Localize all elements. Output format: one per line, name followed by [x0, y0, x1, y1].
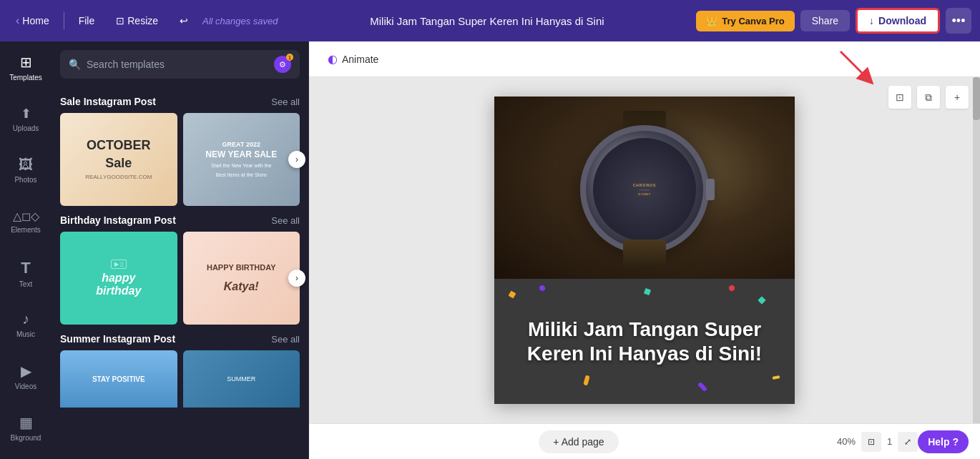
zoom-controls: 40% ⊡ 1 ⤢ [837, 432, 918, 452]
filter-badge: 1 [286, 54, 293, 61]
zoom-page-button[interactable]: ⊡ [861, 432, 881, 452]
undo-button[interactable]: ↩ [172, 11, 195, 31]
sidebar-item-music[interactable]: ♪ Music [0, 299, 52, 350]
sale-next-arrow[interactable]: › [288, 151, 305, 168]
download-label: Download [878, 15, 926, 26]
templates-scroll: Sale Instagram Post See all OCTOBER Sale… [52, 87, 308, 459]
sidebar-item-uploads[interactable]: ⬆ Uploads [0, 93, 52, 144]
watch-background: CHRONOS ━━━━━━━ AUTOMATIC [494, 97, 795, 282]
sidebar-item-videos[interactable]: ▶ Videos [0, 350, 52, 402]
design-text-area: Miliki Jam Tangan Super Keren Ini Hanyas… [494, 279, 795, 404]
birthday-next-arrow[interactable]: › [288, 270, 305, 287]
background-icon: ▦ [19, 414, 33, 431]
october-title: OCTOBER [87, 139, 151, 153]
template-card-october[interactable]: OCTOBER Sale REALLYGOODSITE.COM [60, 113, 177, 206]
copy-frame-button[interactable]: ⧉ [917, 86, 940, 109]
sidebar-item-templates[interactable]: ⊞ Templates [0, 41, 52, 93]
katya-text: HAPPY BIRTHDAYKatya! [207, 263, 276, 293]
music-icon: ♪ [22, 311, 29, 327]
download-button[interactable]: ↓ Download [856, 8, 940, 34]
birthday-section-title: Birthday Instagram Post [60, 214, 176, 226]
sidebar-item-background[interactable]: ▦ Bkground [0, 402, 52, 453]
add-page-button[interactable]: + Add page [539, 430, 618, 453]
newyear-text: GREAT 2022NEW YEAR SALEStart the New Yea… [205, 140, 277, 179]
photos-icon: 🖼 [19, 157, 33, 173]
template-card-staypositive[interactable]: STAY POSITIVE [60, 350, 177, 436]
resize-label: Resize [127, 15, 158, 26]
template-card-newyear[interactable]: GREAT 2022NEW YEAR SALEStart the New Yea… [183, 113, 300, 206]
resize-icon: ⊡ [116, 15, 124, 26]
templates-panel: 🔍 ⚙ 1 Sale Instagram Post See all OCTOBE… [52, 41, 309, 459]
confetti-1 [509, 290, 516, 298]
animate-label: Animate [342, 54, 378, 65]
scrollbar-thumb[interactable] [973, 77, 980, 120]
animate-icon: ◐ [328, 52, 338, 66]
add-section-button[interactable]: + [946, 86, 969, 109]
search-input[interactable] [87, 59, 268, 70]
topbar-divider [64, 12, 64, 29]
template-card-happybday[interactable]: ▶ ▯ happybirthday [60, 232, 177, 325]
add-icon: + [954, 92, 960, 103]
animate-button[interactable]: ◐ Animate [320, 48, 386, 70]
template-card-summer2[interactable]: SUMMER [183, 350, 300, 436]
design-headline: Miliki Jam Tangan Super Keren Ini Hanyas… [509, 317, 780, 365]
happybday-text: happybirthday [96, 272, 141, 297]
crop-icon: ⊡ [896, 92, 904, 103]
summer-template-grid: STAY POSITIVE SUMMER [60, 350, 300, 436]
watch-subdial: ━━━━━━━ [633, 189, 657, 192]
undo-icon: ↩ [180, 15, 188, 26]
help-button[interactable]: Help ? [918, 430, 969, 453]
home-arrow-icon: ‹ [16, 14, 19, 27]
confetti-2 [539, 285, 546, 292]
sidebar-item-elements[interactable]: △◻◇ Elements [0, 196, 52, 247]
try-pro-button[interactable]: 👑 Try Canva Pro [696, 11, 794, 31]
fullscreen-button[interactable]: ⤢ [898, 432, 918, 452]
more-options-button[interactable]: ••• [946, 8, 971, 34]
main-layout: ⊞ Templates ⬆ Uploads 🖼 Photos △◻◇ Eleme… [0, 41, 980, 459]
crop-tool-button[interactable]: ⊡ [888, 86, 911, 109]
sale-section-header: Sale Instagram Post See all [60, 96, 300, 107]
canvas-main: ⊡ ⧉ + [309, 77, 980, 423]
crown-icon: 👑 [706, 16, 717, 26]
canvas-bottom: + Add page 40% ⊡ 1 ⤢ Help ? [309, 423, 980, 459]
share-button[interactable]: Share [800, 10, 850, 31]
home-button[interactable]: ‹ Home [9, 10, 57, 31]
watch-strap-bottom [623, 240, 666, 268]
topbar-left: ‹ Home File ⊡ Resize ↩ All changes saved [9, 10, 278, 31]
templates-icon: ⊞ [20, 54, 32, 71]
uploads-icon: ⬆ [21, 106, 31, 122]
filter-button[interactable]: ⚙ 1 [274, 56, 291, 73]
try-pro-label: Try Canva Pro [722, 16, 784, 26]
file-button[interactable]: File [72, 11, 102, 31]
home-label: Home [22, 15, 49, 26]
birthday-template-grid: ▶ ▯ happybirthday HAPPY BIRTHDAYKatya! › [60, 232, 300, 325]
canvas-right-tools: ⊡ ⧉ + [888, 86, 969, 109]
confetti-5 [583, 375, 589, 385]
summer-section-header: Summer Instagram Post See all [60, 333, 300, 345]
watch-face: CHRONOS ━━━━━━━ AUTOMATIC [593, 138, 696, 241]
template-card-katya[interactable]: HAPPY BIRTHDAYKatya! [183, 232, 300, 325]
october-url: REALLYGOODSITE.COM [85, 174, 152, 180]
resize-button[interactable]: ⊡ Resize [109, 11, 165, 31]
page-icon: ⊡ [868, 437, 875, 447]
watch-model: AUTOMATIC [633, 193, 657, 196]
saved-status: All changes saved [202, 16, 278, 26]
birthday-see-all[interactable]: See all [271, 215, 300, 226]
stay-text: STAY POSITIVE [92, 375, 145, 383]
canvas-scrollbar[interactable] [973, 77, 980, 423]
sale-see-all[interactable]: See all [271, 97, 300, 107]
summer2-text: SUMMER [227, 375, 255, 382]
sale-section-title: Sale Instagram Post [60, 96, 156, 107]
summer-see-all[interactable]: See all [271, 334, 300, 345]
page-number: 1 [887, 436, 892, 447]
zoom-level: 40% [837, 436, 856, 447]
sidebar-item-photos[interactable]: 🖼 Photos [0, 144, 52, 196]
topbar: ‹ Home File ⊡ Resize ↩ All changes saved… [0, 0, 980, 41]
sidebar-item-text[interactable]: T Text [0, 247, 52, 299]
watch-brand: CHRONOS [633, 183, 657, 187]
summer-section-title: Summer Instagram Post [60, 333, 175, 345]
document-title: Miliki Jam Tangan Super Keren Ini Hanyas… [370, 15, 604, 27]
topbar-center: Miliki Jam Tangan Super Keren Ini Hanyas… [285, 15, 690, 27]
topbar-right: 👑 Try Canva Pro Share ↓ Download ••• [696, 8, 971, 34]
canvas-area: ◐ Animate ⊡ ⧉ + [309, 41, 980, 459]
